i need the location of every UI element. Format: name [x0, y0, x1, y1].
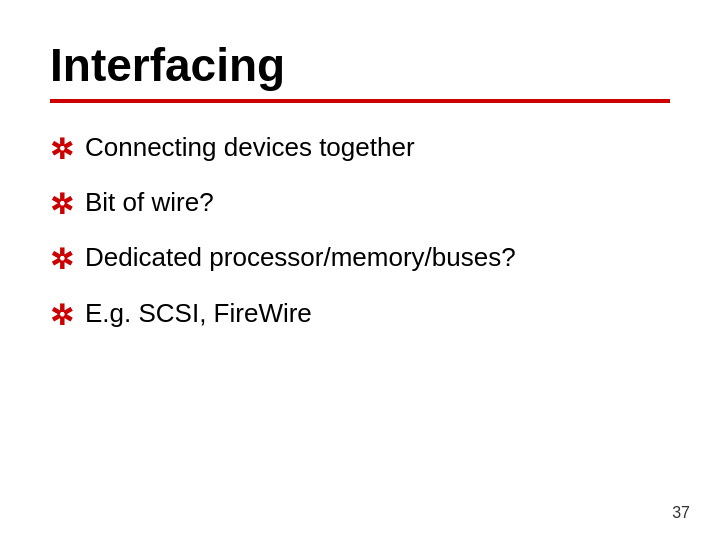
page-number: 37 — [672, 504, 690, 522]
bullet-text-3: Dedicated processor/memory/buses? — [85, 241, 516, 275]
title-divider — [50, 99, 670, 103]
list-item: ✲ Connecting devices together — [50, 131, 670, 168]
bullet-text-4: E.g. SCSI, FireWire — [85, 297, 312, 331]
list-item: ✲ Dedicated processor/memory/buses? — [50, 241, 670, 278]
bullet-icon-4: ✲ — [50, 298, 73, 334]
bullet-icon-2: ✲ — [50, 187, 73, 223]
bullet-icon-1: ✲ — [50, 132, 73, 168]
list-item: ✲ Bit of wire? — [50, 186, 670, 223]
bullet-text-1: Connecting devices together — [85, 131, 415, 165]
slide-title: Interfacing — [50, 40, 670, 91]
slide: Interfacing ✲ Connecting devices togethe… — [0, 0, 720, 540]
bullet-icon-3: ✲ — [50, 242, 73, 278]
bullet-list: ✲ Connecting devices together ✲ Bit of w… — [50, 131, 670, 335]
bullet-text-2: Bit of wire? — [85, 186, 214, 220]
list-item: ✲ E.g. SCSI, FireWire — [50, 297, 670, 334]
